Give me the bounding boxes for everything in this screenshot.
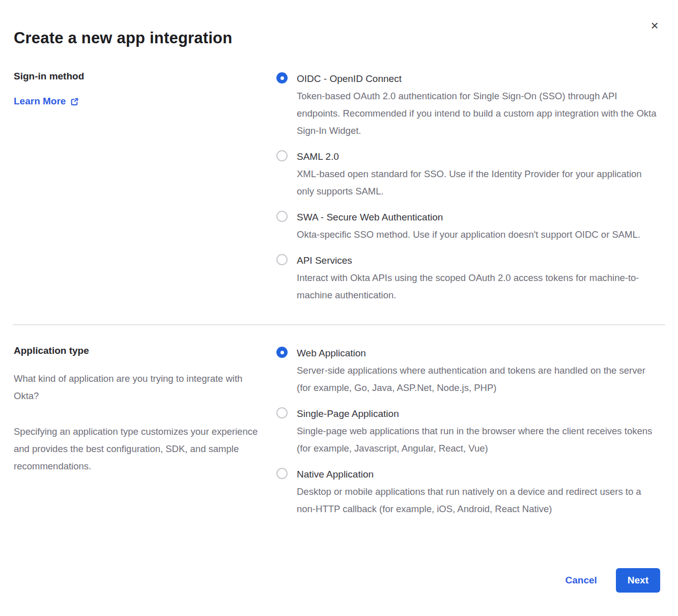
radio-option-single-page-application[interactable]: Single-Page Application Single-page web … <box>276 405 660 457</box>
application-type-section: Application type What kind of applicatio… <box>0 345 678 518</box>
radio-option-label: SAML 2.0 <box>297 148 660 165</box>
apptype-options: Web Application Server-side applications… <box>276 345 660 518</box>
application-type-explanation: Specifying an application type customize… <box>14 423 261 475</box>
radio-button-icon[interactable] <box>276 254 288 265</box>
radio-option-label: Web Application <box>297 345 660 362</box>
radio-button-icon[interactable] <box>276 347 288 358</box>
radio-option-description: Token-based OAuth 2.0 authentication for… <box>297 88 660 139</box>
learn-more-label: Learn More <box>14 96 66 107</box>
radio-option-description: Interact with Okta APIs using the scoped… <box>297 269 660 304</box>
radio-option-description: XML-based open standard for SSO. Use if … <box>297 165 660 200</box>
application-type-question: What kind of application are you trying … <box>14 370 261 405</box>
radio-button-icon[interactable] <box>276 150 288 161</box>
application-type-label: Application type <box>14 345 261 357</box>
radio-option-description: Okta-specific SSO method. Use if your ap… <box>297 226 660 243</box>
radio-option-oidc-openid-connect[interactable]: OIDC - OpenID Connect Token-based OAuth … <box>276 70 660 139</box>
signin-method-section: Sign-in method Learn More OIDC - OpenID … <box>0 70 678 304</box>
radio-option-label: Single-Page Application <box>297 405 660 423</box>
radio-option-description: Server-side applications where authentic… <box>297 362 660 397</box>
radio-option-label: API Services <box>297 252 660 269</box>
radio-button-icon[interactable] <box>276 211 288 222</box>
radio-option-description: Desktop or mobile applications that run … <box>297 483 660 518</box>
external-link-icon <box>70 97 79 106</box>
learn-more-link[interactable]: Learn More <box>14 96 79 107</box>
signin-options: OIDC - OpenID Connect Token-based OAuth … <box>276 70 660 304</box>
create-app-integration-dialog: × Create a new app integration Sign-in m… <box>0 0 678 616</box>
close-icon[interactable]: × <box>646 17 663 34</box>
radio-option-native-application[interactable]: Native Application Desktop or mobile app… <box>276 466 660 518</box>
radio-button-icon[interactable] <box>276 407 288 418</box>
radio-button-icon[interactable] <box>276 468 288 479</box>
radio-button-icon[interactable] <box>276 72 288 83</box>
dialog-title: Create a new app integration <box>0 0 678 47</box>
section-divider <box>13 324 665 325</box>
radio-option-label: OIDC - OpenID Connect <box>297 70 660 88</box>
radio-option-description: Single-page web applications that run in… <box>297 423 660 457</box>
dialog-footer: Cancel Next <box>566 568 661 593</box>
radio-option-swa-secure-web-authentication[interactable]: SWA - Secure Web Authentication Okta-spe… <box>276 209 660 243</box>
radio-option-api-services[interactable]: API Services Interact with Okta APIs usi… <box>276 252 660 304</box>
cancel-button[interactable]: Cancel <box>566 575 597 586</box>
radio-option-label: Native Application <box>297 466 660 483</box>
radio-option-saml-2-0[interactable]: SAML 2.0 XML-based open standard for SSO… <box>276 148 660 200</box>
signin-method-label: Sign-in method <box>14 70 261 82</box>
radio-option-label: SWA - Secure Web Authentication <box>297 209 660 226</box>
next-button[interactable]: Next <box>616 568 660 593</box>
radio-option-web-application[interactable]: Web Application Server-side applications… <box>276 345 660 397</box>
